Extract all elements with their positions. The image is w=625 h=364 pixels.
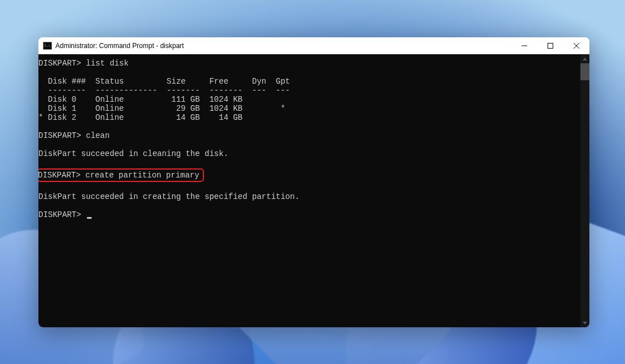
prompt: DISKPART> xyxy=(38,210,81,219)
blank-line xyxy=(38,183,580,192)
blank-line xyxy=(38,122,580,131)
vertical-scrollbar[interactable] xyxy=(580,54,589,327)
cmd-icon xyxy=(43,42,52,50)
disk-row-0: Disk 0 Online 111 GB 1024 KB xyxy=(38,95,580,104)
scrollbar-thumb[interactable] xyxy=(580,63,589,80)
prompt: DISKPART> xyxy=(38,131,81,140)
create-success-message: DiskPart succeeded in creating the speci… xyxy=(38,192,580,201)
maximize-button[interactable] xyxy=(537,37,563,54)
blank-line xyxy=(38,140,580,149)
window-titlebar[interactable]: Administrator: Command Prompt - diskpart xyxy=(38,37,589,54)
blank-line xyxy=(38,68,580,77)
window-controls xyxy=(511,37,589,54)
command-list-disk: list disk xyxy=(86,59,129,68)
highlighted-command: DISKPART> create partition primary xyxy=(38,168,204,182)
command-create-partition: create partition primary xyxy=(85,171,199,180)
clean-success-message: DiskPart succeeded in cleaning the disk. xyxy=(38,149,580,158)
disk-table-separator: -------- ------------- ------- ------- -… xyxy=(38,86,580,95)
blank-line xyxy=(38,158,580,167)
cursor-icon xyxy=(87,217,92,219)
prompt: DISKPART> xyxy=(38,171,81,180)
terminal-container: DISKPART> list disk Disk ### Status Size… xyxy=(38,54,589,327)
scroll-up-arrow-icon[interactable] xyxy=(580,54,589,63)
command-prompt-window: Administrator: Command Prompt - diskpart… xyxy=(38,37,589,327)
minimize-button[interactable] xyxy=(511,37,537,54)
close-button[interactable] xyxy=(563,37,589,54)
terminal-output[interactable]: DISKPART> list disk Disk ### Status Size… xyxy=(38,54,580,327)
prompt: DISKPART> xyxy=(38,59,81,68)
blank-line xyxy=(38,201,580,210)
disk-row-2: * Disk 2 Online 14 GB 14 GB xyxy=(38,113,580,122)
window-title: Administrator: Command Prompt - diskpart xyxy=(55,42,511,50)
command-clean: clean xyxy=(86,131,110,140)
disk-table-headers: Disk ### Status Size Free Dyn Gpt xyxy=(38,77,580,86)
svg-rect-1 xyxy=(548,43,553,48)
disk-row-1: Disk 1 Online 29 GB 1024 KB * xyxy=(38,104,580,113)
scroll-down-arrow-icon[interactable] xyxy=(580,318,589,327)
